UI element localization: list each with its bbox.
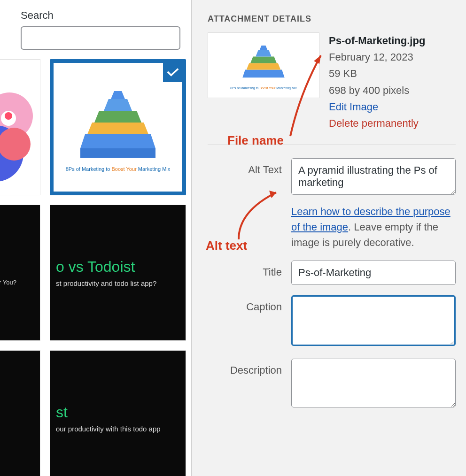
search-input[interactable]: [21, 26, 180, 50]
thumbnail-caption: 8Ps of Marketing to Boost Your Marketing…: [61, 166, 175, 172]
attachment-filename: Ps-of-Marketing.jpg: [329, 32, 425, 49]
attachment-date: February 12, 2023: [329, 49, 425, 65]
edit-image-link[interactable]: Edit Image: [329, 99, 425, 115]
svg-marker-11: [242, 69, 284, 77]
svg-marker-15: [260, 46, 268, 50]
svg-marker-14: [256, 50, 272, 57]
svg-marker-10: [111, 91, 125, 99]
caption-label: Caption: [208, 295, 291, 313]
alt-text-label: Alt Text: [208, 158, 291, 176]
pyramid-icon: [71, 83, 165, 162]
svg-point-2: [0, 128, 31, 161]
thumbnail-item[interactable]: st our productivity with this todo app: [50, 350, 186, 476]
alt-text-input[interactable]: A pyramid illustrating the Ps of marketi…: [291, 158, 456, 195]
svg-marker-8: [94, 111, 141, 123]
alt-text-help: Learn how to describe the purpose of the…: [291, 204, 456, 250]
title-input[interactable]: [291, 261, 456, 285]
selected-check-icon: [162, 61, 184, 84]
attachment-preview: 8Ps of Marketing to Boost Your Marketing…: [208, 32, 319, 98]
media-library-panel: Search: [0, 0, 192, 476]
title-label: Title: [208, 261, 291, 278]
search-label: Search: [21, 9, 182, 22]
caption-input[interactable]: [291, 295, 456, 346]
description-label: Description: [208, 359, 291, 376]
pyramid-icon: [233, 41, 294, 85]
annotation-filename: File name: [227, 133, 284, 148]
description-input[interactable]: [291, 359, 456, 407]
delete-permanently-link[interactable]: Delete permanently: [329, 115, 425, 131]
thumbnail-item[interactable]: o r You?: [0, 205, 40, 341]
attachment-size: 59 KB: [329, 65, 425, 82]
thumbnail-item[interactable]: o: [0, 350, 40, 476]
thumbnail-item[interactable]: o vs Todoist st productivity and todo li…: [50, 205, 186, 341]
svg-marker-13: [250, 57, 277, 63]
attachment-details-panel: ATTACHMENT DETAILS 8Ps of Marketing to B…: [192, 0, 466, 476]
svg-marker-12: [247, 63, 281, 70]
attachment-dimensions: 698 by 400 pixels: [329, 82, 425, 99]
svg-marker-6: [87, 123, 148, 134]
svg-marker-5: [80, 148, 155, 158]
svg-marker-9: [104, 99, 132, 111]
thumbnail-item-selected[interactable]: 8Ps of Marketing to Boost Your Marketing…: [50, 59, 186, 195]
thumbnail-grid: 8Ps of Marketing to Boost Your Marketing…: [0, 59, 182, 476]
attachment-meta: Ps-of-Marketing.jpg February 12, 2023 59…: [329, 32, 425, 131]
thumbnail-item[interactable]: [0, 59, 40, 195]
divider: [208, 145, 456, 145]
details-header: ATTACHMENT DETAILS: [208, 14, 456, 24]
